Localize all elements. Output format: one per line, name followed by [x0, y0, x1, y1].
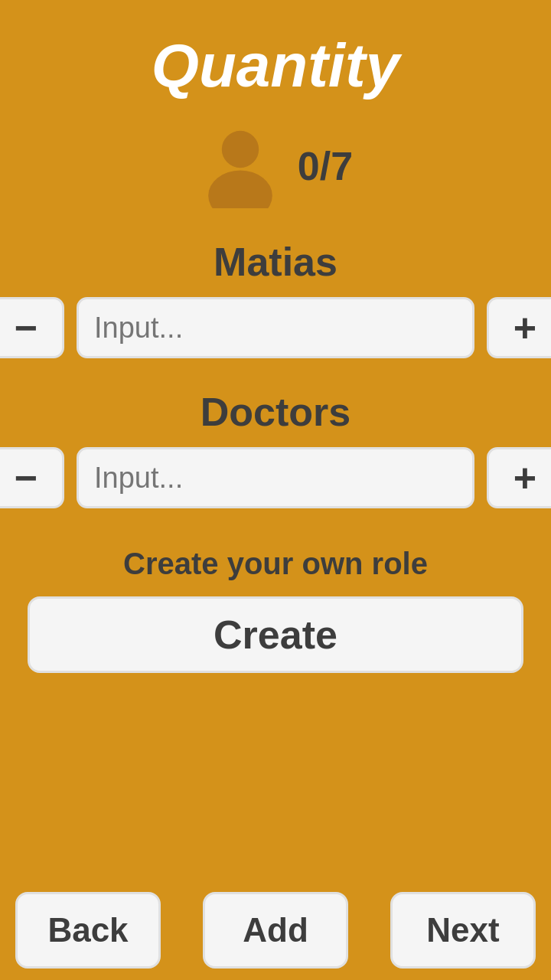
page-title: Quantity [152, 31, 399, 101]
doctors-input[interactable] [77, 447, 474, 508]
doctors-decrement-button[interactable]: − [0, 447, 64, 508]
matias-controls: − + [28, 297, 523, 358]
doctors-section: Doctors − + [0, 389, 551, 508]
svg-point-1 [208, 171, 272, 209]
counter-section: 0/7 [198, 124, 353, 208]
matias-label: Matias [214, 239, 337, 285]
matias-increment-button[interactable]: + [487, 297, 551, 358]
add-button[interactable]: Add [203, 892, 348, 969]
bottom-nav: Back Add Next [0, 880, 551, 980]
svg-point-0 [222, 131, 259, 168]
doctors-label: Doctors [201, 389, 350, 435]
matias-decrement-button[interactable]: − [0, 297, 64, 358]
doctors-controls: − + [28, 447, 523, 508]
matias-input[interactable] [77, 297, 474, 358]
matias-section: Matias − + [0, 239, 551, 358]
next-button[interactable]: Next [390, 892, 536, 969]
back-button[interactable]: Back [15, 892, 161, 969]
create-section: Create your own role Create [28, 547, 523, 673]
counter-display: 0/7 [298, 143, 353, 189]
create-label: Create your own role [123, 547, 428, 581]
create-button[interactable]: Create [28, 596, 523, 673]
person-icon [198, 124, 282, 208]
doctors-increment-button[interactable]: + [487, 447, 551, 508]
